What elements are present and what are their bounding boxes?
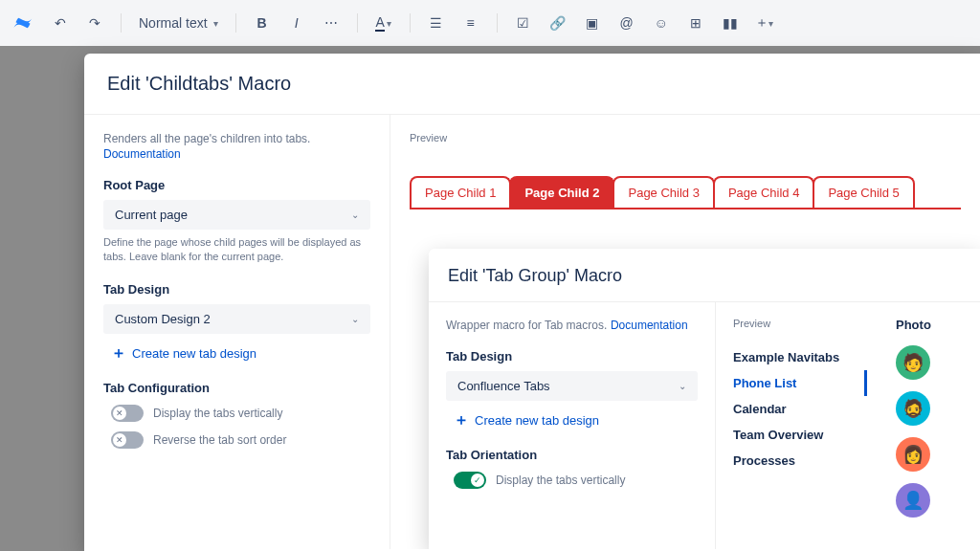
- preview-tab[interactable]: Page Child 4: [713, 176, 814, 208]
- avatar: 🧔: [896, 391, 930, 426]
- inner-preview-content: Photo 🧑 🧔 👩 👤: [896, 318, 963, 534]
- chevron-down-icon: ⌄: [679, 381, 686, 391]
- vertical-toggle-label: Display the tabs vertically: [153, 407, 282, 420]
- macro-editor-modal: Edit 'Childtabs' Macro Renders all the p…: [84, 54, 980, 551]
- inner-documentation-link[interactable]: Documentation: [611, 319, 688, 332]
- config-panel: Renders all the page's children into tab…: [84, 115, 390, 549]
- tab-design-value: Custom Design 2: [115, 312, 211, 326]
- confluence-logo: [11, 11, 34, 34]
- vertical-tab[interactable]: Example Navitabs: [733, 344, 867, 370]
- reverse-toggle[interactable]: ✕: [111, 431, 144, 449]
- chevron-down-icon: ⌄: [351, 314, 359, 324]
- root-page-select[interactable]: Current page ⌄: [103, 200, 370, 230]
- vertical-tab[interactable]: Phone List: [733, 370, 867, 396]
- plus-icon: ＋: [454, 410, 469, 430]
- tab-config-label: Tab Configuration: [103, 381, 370, 395]
- tab-design-label: Tab Design: [103, 282, 370, 297]
- inner-modal-title: Edit 'Tab Group' Macro: [429, 249, 980, 302]
- preview-tab[interactable]: Page Child 2: [509, 176, 614, 208]
- preview-panel: Preview Page Child 1 Page Child 2 Page C…: [390, 115, 980, 549]
- inner-orientation-label: Tab Orientation: [446, 448, 698, 462]
- redo-icon[interactable]: ↷: [86, 14, 103, 32]
- undo-icon[interactable]: ↶: [52, 14, 69, 32]
- avatar: 👩: [896, 437, 930, 472]
- action-item-icon[interactable]: ☑: [515, 14, 532, 32]
- inner-tab-design-label: Tab Design: [446, 349, 698, 364]
- create-tab-design-link[interactable]: ＋ Create new tab design: [103, 343, 370, 364]
- text-color-icon[interactable]: A▾: [375, 14, 392, 32]
- insert-icon[interactable]: ＋▾: [756, 14, 773, 32]
- inner-create-tab-design-link[interactable]: ＋ Create new tab design: [446, 410, 698, 430]
- vertical-tab[interactable]: Processes: [733, 448, 867, 474]
- text-style-dropdown[interactable]: Normal text ▾: [139, 15, 218, 31]
- numbered-list-icon[interactable]: ≡: [462, 14, 479, 32]
- bullet-list-icon[interactable]: ☰: [428, 14, 445, 32]
- inner-vertical-toggle[interactable]: ✓: [454, 472, 486, 489]
- editor-toolbar: ↶ ↷ Normal text ▾ B I ⋯ A▾ ☰ ≡ ☑ 🔗 ▣ @ ☺…: [0, 0, 980, 46]
- separator: [121, 13, 122, 33]
- separator: [497, 13, 498, 33]
- preview-label: Preview: [410, 132, 961, 143]
- inner-tab-design-select[interactable]: Confluence Tabs ⌄: [446, 371, 698, 401]
- vertical-tab[interactable]: Calendar: [733, 396, 867, 422]
- separator: [357, 13, 358, 33]
- separator: [410, 13, 411, 33]
- inner-create-tab-design-label: Create new tab design: [475, 413, 599, 428]
- tabgroup-editor-modal: Edit 'Tab Group' Macro Wrapper macro for…: [429, 249, 980, 549]
- modal-title: Edit 'Childtabs' Macro: [84, 54, 980, 115]
- inner-description: Wrapper macro for Tab macros.: [446, 319, 607, 332]
- reverse-toggle-label: Reverse the tab sort order: [153, 433, 286, 447]
- vertical-tabs: Example Navitabs Phone List Calendar Tea…: [733, 344, 867, 474]
- avatar: 🧑: [896, 345, 930, 380]
- emoji-icon[interactable]: ☺: [653, 14, 670, 32]
- column-header: Photo: [896, 318, 963, 332]
- plus-icon: ＋: [111, 343, 126, 364]
- chevron-down-icon: ⌄: [351, 209, 359, 220]
- macro-description: Renders all the page's children into tab…: [103, 132, 370, 145]
- root-page-value: Current page: [115, 208, 188, 222]
- vertical-tab[interactable]: Team Overview: [733, 422, 867, 448]
- documentation-link[interactable]: Documentation: [103, 147, 370, 161]
- mention-icon[interactable]: @: [618, 14, 635, 32]
- image-icon[interactable]: ▣: [584, 14, 601, 32]
- inner-vertical-toggle-label: Display the tabs vertically: [496, 474, 625, 487]
- preview-tab[interactable]: Page Child 1: [410, 176, 511, 208]
- preview-tab[interactable]: Page Child 3: [612, 176, 714, 208]
- layouts-icon[interactable]: ▮▮: [722, 14, 739, 32]
- inner-preview-label: Preview: [733, 318, 867, 329]
- preview-tab[interactable]: Page Child 5: [813, 176, 914, 208]
- create-tab-design-label: Create new tab design: [132, 346, 256, 361]
- vertical-toggle[interactable]: ✕: [111, 405, 144, 422]
- separator: [235, 13, 236, 33]
- inner-config-panel: Wrapper macro for Tab macros. Documentat…: [429, 302, 716, 549]
- root-page-hint: Define the page whose child pages will b…: [103, 235, 370, 265]
- avatar: 👤: [896, 483, 930, 518]
- inner-preview-panel: Preview Example Navitabs Phone List Cale…: [716, 302, 980, 549]
- childtabs-preview: Page Child 1 Page Child 2 Page Child 3 P…: [410, 176, 961, 209]
- italic-icon[interactable]: I: [288, 14, 305, 32]
- tab-design-select[interactable]: Custom Design 2 ⌄: [103, 304, 370, 334]
- text-style-label: Normal text: [139, 15, 208, 31]
- chevron-down-icon: ▾: [213, 18, 218, 29]
- link-icon[interactable]: 🔗: [549, 14, 567, 32]
- inner-tab-design-value: Confluence Tabs: [457, 379, 550, 393]
- root-page-label: Root Page: [103, 178, 370, 192]
- table-icon[interactable]: ⊞: [687, 14, 704, 32]
- bold-icon[interactable]: B: [254, 14, 271, 32]
- more-formatting-icon[interactable]: ⋯: [323, 14, 340, 32]
